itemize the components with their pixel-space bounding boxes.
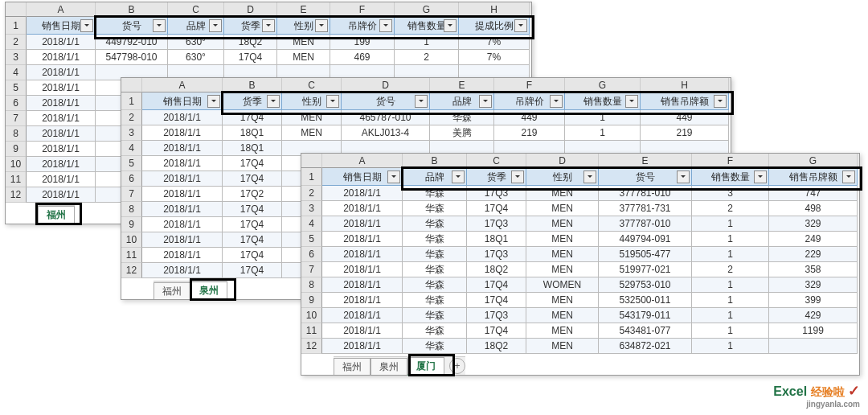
cell[interactable]: 华森 (403, 308, 467, 323)
cell[interactable]: 449792-010 (96, 35, 168, 50)
row-header[interactable]: 7 (301, 262, 322, 277)
cell[interactable]: 17Q4 (467, 293, 526, 308)
filter-dropdown-icon[interactable] (326, 95, 339, 108)
cell[interactable]: 17Q4 (223, 263, 282, 278)
row-header[interactable]: 12 (6, 187, 27, 203)
row-header[interactable]: 1 (6, 17, 27, 35)
column-header[interactable]: F (330, 2, 395, 17)
filter-dropdown-icon[interactable] (754, 171, 767, 183)
cell[interactable]: MEN (277, 50, 330, 65)
row-header[interactable]: 12 (121, 263, 142, 278)
filter-dropdown-icon[interactable] (209, 19, 222, 32)
column-header[interactable]: D (224, 2, 277, 17)
select-all-corner[interactable] (6, 2, 27, 17)
cell[interactable]: 2018/1/1 (27, 96, 96, 111)
cell[interactable]: 2018/1/1 (27, 35, 96, 50)
filter-dropdown-icon[interactable] (415, 95, 428, 108)
cell[interactable]: 华森 (403, 277, 467, 293)
cell[interactable]: 532500-011 (599, 293, 692, 308)
row-header[interactable]: 8 (121, 202, 142, 217)
table-header-cell[interactable]: 销售数量 (692, 168, 769, 186)
cell[interactable]: 2018/1/1 (322, 186, 403, 201)
row-header[interactable]: 4 (301, 216, 322, 232)
filter-dropdown-icon[interactable] (550, 95, 563, 108)
table-header-cell[interactable]: 销售日期 (142, 92, 223, 110)
add-sheet-icon[interactable]: + (449, 358, 465, 374)
cell[interactable]: 377781-010 (599, 186, 692, 201)
cell[interactable]: 2018/1/1 (27, 142, 96, 157)
cell[interactable]: 449794-091 (599, 232, 692, 247)
row-header[interactable]: 6 (301, 247, 322, 262)
cell[interactable]: 17Q4 (467, 277, 526, 293)
row-header[interactable]: 1 (301, 168, 322, 186)
row-header[interactable]: 1 (121, 92, 142, 110)
row-header[interactable]: 7 (121, 187, 142, 202)
column-header[interactable]: A (142, 78, 223, 92)
column-header[interactable]: D (526, 154, 599, 168)
row-header[interactable]: 11 (301, 323, 322, 339)
cell[interactable]: 17Q4 (467, 201, 526, 216)
cell[interactable]: 2 (692, 201, 769, 216)
cell[interactable]: 18Q2 (467, 339, 526, 354)
cell[interactable]: 1 (692, 308, 769, 323)
cell[interactable]: MEN (526, 186, 599, 201)
cell[interactable]: 华森 (403, 262, 467, 277)
cell[interactable]: 449 (494, 110, 565, 125)
cell[interactable] (769, 339, 858, 354)
cell[interactable]: 630° (168, 50, 224, 65)
cell[interactable]: 2018/1/1 (27, 126, 96, 142)
cell[interactable]: 498 (769, 201, 858, 216)
filter-dropdown-icon[interactable] (583, 171, 596, 183)
cell[interactable]: 17Q4 (223, 110, 282, 125)
row-header[interactable]: 6 (121, 171, 142, 187)
cell[interactable]: 17Q4 (223, 202, 282, 217)
cell[interactable]: 17Q3 (467, 186, 526, 201)
cell[interactable]: MEN (526, 201, 599, 216)
cell[interactable]: 2018/1/1 (322, 323, 403, 339)
table-header-cell[interactable]: 货季 (467, 168, 526, 186)
row-header[interactable]: 2 (6, 35, 27, 50)
cell[interactable]: 449 (641, 110, 729, 125)
cell[interactable]: 543179-011 (599, 308, 692, 323)
cell[interactable]: 1 (692, 323, 769, 339)
table-header-cell[interactable]: 销售吊牌额 (769, 168, 858, 186)
cell[interactable]: 2 (692, 262, 769, 277)
column-header[interactable]: G (395, 2, 459, 17)
row-header[interactable]: 5 (6, 80, 27, 96)
cell[interactable]: 17Q3 (467, 247, 526, 262)
cell[interactable]: 7% (459, 50, 530, 65)
cell[interactable]: MEN (282, 125, 342, 141)
column-header[interactable]: G (769, 154, 858, 168)
sheet-tab[interactable]: 泉州 (190, 281, 227, 300)
cell[interactable]: 华森 (403, 232, 467, 247)
cell[interactable]: 2018/1/1 (27, 187, 96, 203)
table-header-cell[interactable]: 销售数量 (395, 17, 459, 35)
row-header[interactable]: 3 (121, 125, 142, 141)
row-header[interactable]: 10 (301, 308, 322, 323)
cell[interactable]: 1 (565, 110, 641, 125)
table-header-cell[interactable]: 销售吊牌额 (641, 92, 729, 110)
cell[interactable]: MEN (526, 323, 599, 339)
cell[interactable]: 7% (459, 35, 530, 50)
column-header[interactable]: F (692, 154, 769, 168)
cell[interactable]: 543481-077 (599, 323, 692, 339)
cell[interactable]: MEN (282, 110, 342, 125)
row-header[interactable]: 12 (301, 339, 322, 354)
cell[interactable]: 2018/1/1 (27, 65, 96, 80)
filter-dropdown-icon[interactable] (262, 19, 275, 32)
filter-dropdown-icon[interactable] (625, 95, 638, 108)
cell[interactable]: 2018/1/1 (322, 277, 403, 293)
table-header-cell[interactable]: 货季 (224, 17, 277, 35)
sheet-tab[interactable]: 厦门 (407, 357, 444, 376)
filter-dropdown-icon[interactable] (387, 171, 400, 183)
cell[interactable]: 1 (692, 216, 769, 232)
cell[interactable]: 2018/1/1 (322, 293, 403, 308)
cell[interactable]: 1 (692, 247, 769, 262)
cell[interactable]: 2018/1/1 (27, 157, 96, 172)
cell[interactable]: 2018/1/1 (27, 50, 96, 65)
column-header[interactable]: E (430, 78, 494, 92)
cell[interactable]: 1199 (769, 323, 858, 339)
cell[interactable]: 华森 (403, 339, 467, 354)
cell[interactable]: 华森 (403, 247, 467, 262)
cell[interactable]: 429 (769, 308, 858, 323)
